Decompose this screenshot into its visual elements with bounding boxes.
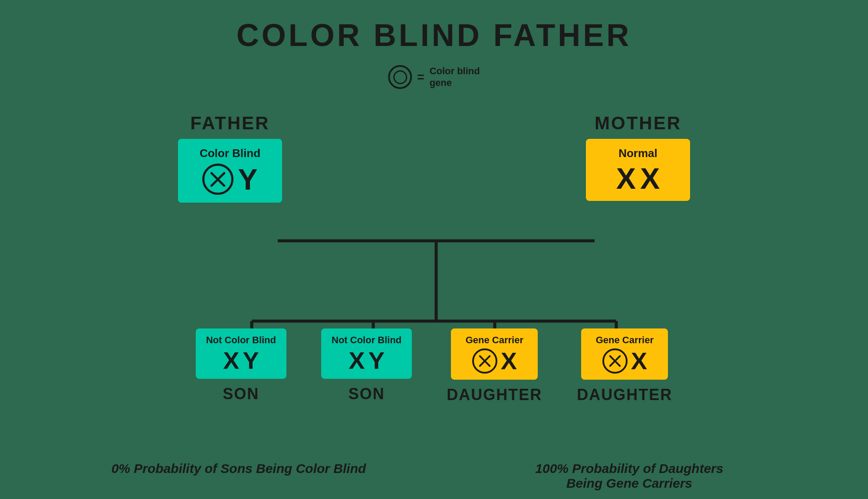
child-daughter2-label: DAUGHTER — [577, 386, 672, 404]
child-daughter2-card-label: Gene Carrier — [596, 335, 654, 346]
mother-block: MOTHER Normal X X — [586, 113, 690, 201]
child-son1-genes: X Y — [223, 348, 259, 373]
mother-genes: X X — [616, 164, 660, 193]
child-daughter1-xcircle-icon — [472, 348, 497, 374]
child-daughter1-block: Gene Carrier X DAUGHTER — [447, 328, 542, 404]
legend-circle-icon — [388, 65, 412, 89]
legend: = Color blind gene — [388, 65, 480, 89]
parent-row: FATHER Color Blind Y MOTHER Normal X X — [0, 113, 868, 203]
father-genes: Y — [202, 164, 257, 195]
father-y-gene: Y — [238, 164, 257, 194]
child-son2-block: Not Color Blind X Y SON — [321, 328, 412, 403]
child-daughter2-block: Gene Carrier X DAUGHTER — [577, 328, 672, 404]
father-card-label: Color Blind — [200, 147, 260, 160]
child-son1-block: Not Color Blind X Y SON — [196, 328, 286, 403]
children-row: Not Color Blind X Y SON Not Color Blind … — [0, 328, 868, 404]
mother-x1-gene: X — [616, 164, 636, 193]
probability-row: 0% Probability of Sons Being Color Blind… — [0, 461, 868, 491]
child-daughter2-xcircle-icon — [602, 348, 628, 374]
diagram-container: FATHER Color Blind Y MOTHER Normal X X — [0, 87, 868, 404]
child-daughter2-genes: X — [602, 348, 647, 374]
child-son2-card: Not Color Blind X Y — [321, 328, 412, 379]
child-son2-label: SON — [349, 385, 385, 403]
child-son2-genes: X Y — [349, 348, 385, 373]
father-x-circle-icon — [202, 164, 233, 195]
page-title: COLOR BLIND FATHER — [0, 0, 868, 53]
child-daughter2-x-gene: X — [631, 349, 647, 373]
child-son1-card: Not Color Blind X Y — [196, 328, 286, 379]
child-daughter1-card: Gene Carrier X — [451, 328, 538, 380]
child-son2-y-gene: Y — [368, 348, 385, 373]
child-son1-y-gene: Y — [243, 348, 259, 373]
daughters-probability: 100% Probability of Daughters Being Gene… — [442, 461, 817, 491]
child-son1-x-gene: X — [223, 348, 239, 373]
child-son1-label: SON — [223, 385, 259, 403]
child-daughter1-x-gene: X — [501, 349, 517, 373]
father-card: Color Blind Y — [178, 139, 282, 203]
child-son2-x-gene: X — [349, 348, 365, 373]
mother-label: MOTHER — [595, 113, 681, 134]
legend-label: Color blind gene — [430, 66, 480, 89]
father-block: FATHER Color Blind Y — [178, 113, 282, 203]
mother-x2-gene: X — [640, 164, 660, 193]
mother-card: Normal X X — [586, 139, 690, 201]
child-daughter1-label: DAUGHTER — [447, 386, 542, 404]
mother-card-label: Normal — [618, 147, 658, 160]
child-daughter1-card-label: Gene Carrier — [466, 335, 523, 346]
legend-inner-circle-icon — [393, 70, 407, 84]
child-son1-card-label: Not Color Blind — [206, 335, 276, 346]
father-label: FATHER — [191, 113, 270, 134]
sons-probability: 0% Probability of Sons Being Color Blind — [51, 461, 426, 491]
child-daughter2-card: Gene Carrier X — [581, 328, 668, 380]
child-daughter1-genes: X — [472, 348, 517, 374]
child-son2-card-label: Not Color Blind — [332, 335, 401, 346]
